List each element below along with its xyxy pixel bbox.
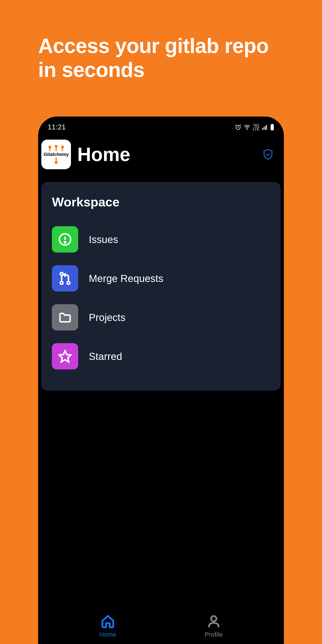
status-time: 11:21 — [48, 123, 66, 131]
page-title: Home — [77, 144, 255, 166]
battery-icon — [270, 124, 274, 130]
svg-point-1 — [247, 129, 248, 130]
bottom-nav: Home Profile — [38, 608, 284, 644]
workspace-item-starred[interactable]: Starred — [52, 337, 270, 376]
logo-text: Gitalchemy — [43, 151, 70, 158]
folder-icon — [52, 304, 78, 330]
svg-rect-4 — [265, 126, 266, 130]
svg-rect-3 — [264, 127, 264, 130]
wifi-icon — [244, 124, 250, 130]
workspace-title: Workspace — [52, 195, 270, 209]
alert-circle-icon — [52, 226, 78, 252]
status-icons-group: Vo) LTE — [235, 123, 274, 131]
star-icon — [52, 343, 78, 370]
app-logo[interactable]: Gitalchemy — [41, 140, 71, 169]
workspace-item-label: Merge Requests — [89, 273, 163, 284]
signal-icon — [262, 124, 268, 130]
svg-point-16 — [60, 282, 63, 284]
workspace-card: Workspace Issues Merge Requests — [41, 182, 281, 391]
workspace-item-projects[interactable]: Projects — [52, 298, 270, 337]
profile-icon — [206, 614, 221, 629]
lte-text: LTE — [253, 127, 260, 131]
nav-item-home[interactable]: Home — [99, 614, 116, 638]
home-icon — [100, 614, 115, 629]
svg-point-15 — [60, 272, 63, 275]
svg-marker-18 — [59, 350, 71, 362]
vo-text: Vo) — [253, 123, 259, 127]
phone-frame: 11:21 Vo) LTE — [38, 116, 284, 644]
svg-rect-7 — [271, 124, 274, 130]
shield-check-icon — [262, 148, 274, 160]
svg-rect-6 — [271, 124, 273, 124]
nav-item-profile[interactable]: Profile — [205, 614, 223, 638]
network-label: Vo) LTE — [253, 123, 260, 131]
promo-headline: Access your gitlab repo in seconds — [0, 0, 322, 82]
workspace-item-issues[interactable]: Issues — [52, 220, 270, 259]
alarm-icon — [235, 124, 241, 130]
svg-rect-2 — [262, 128, 263, 130]
svg-point-14 — [64, 242, 66, 243]
status-bar: 11:21 Vo) LTE — [38, 116, 284, 135]
nav-label: Home — [99, 631, 116, 638]
nav-label: Profile — [205, 631, 223, 638]
shield-button[interactable] — [262, 148, 274, 161]
workspace-item-label: Starred — [89, 350, 122, 362]
workspace-item-merge-requests[interactable]: Merge Requests — [52, 259, 270, 298]
workspace-item-label: Issues — [89, 234, 118, 245]
svg-rect-5 — [266, 125, 267, 130]
merge-icon — [52, 265, 78, 292]
workspace-item-label: Projects — [89, 312, 126, 323]
svg-point-17 — [67, 282, 70, 284]
svg-point-19 — [211, 616, 216, 621]
app-header: Gitalchemy Home — [38, 135, 284, 178]
